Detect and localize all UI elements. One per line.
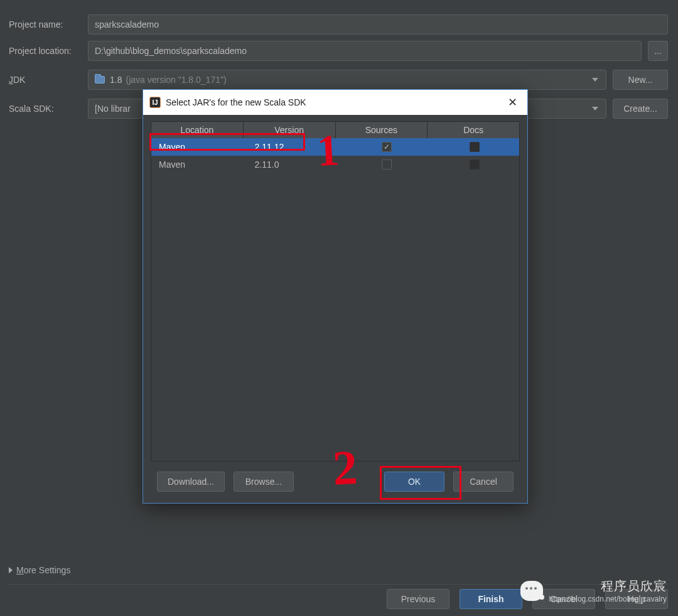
col-sources[interactable]: Sources xyxy=(336,122,428,138)
jdk-hint: (java version "1.8.0_171") xyxy=(126,75,226,85)
help-label: Help xyxy=(628,594,646,604)
cancel-button[interactable]: Cancel xyxy=(453,472,514,492)
project-location-value: D:\github\blog_demos\sparkscalademo xyxy=(95,46,247,56)
jdk-value: 1.8 xyxy=(110,75,122,85)
ok-button[interactable]: OK xyxy=(384,472,444,492)
scala-sdk-create-label: Create... xyxy=(623,104,657,114)
cell-sources[interactable] xyxy=(343,142,431,152)
checkbox-docs[interactable] xyxy=(470,142,480,152)
help-button[interactable]: Help xyxy=(605,589,668,609)
scala-sdk-value: [No librar xyxy=(95,104,131,114)
cell-docs[interactable] xyxy=(431,159,520,170)
previous-label: Previous xyxy=(401,594,435,604)
project-location-browse-button[interactable]: ... xyxy=(648,41,668,61)
ellipsis-icon: ... xyxy=(654,46,662,56)
dialog-body: Location Version Sources Docs Maven2.11.… xyxy=(143,115,527,503)
dialog-titlebar[interactable]: IJ Select JAR's for the new Scala SDK ✕ xyxy=(143,90,527,115)
project-name-label-text: Project name: xyxy=(9,19,63,30)
project-location-label-text: Project location: xyxy=(9,46,72,56)
jdk-new-label: New... xyxy=(628,75,653,85)
project-location-input[interactable]: D:\github\blog_demos\sparkscalademo xyxy=(88,41,642,61)
col-location[interactable]: Location xyxy=(151,122,244,138)
project-name-label: Project name: xyxy=(9,19,88,30)
chevron-down-icon xyxy=(592,78,598,82)
scala-sdk-create-button[interactable]: Create... xyxy=(613,99,668,119)
browse-button[interactable]: Browse... xyxy=(234,472,294,492)
table-header-row: Location Version Sources Docs xyxy=(151,122,519,138)
jdk-select[interactable]: 1.8 (java version "1.8.0_171") xyxy=(88,70,606,90)
scala-sdk-label: Scala SDK: xyxy=(9,104,88,114)
intellij-icon: IJ xyxy=(149,97,161,108)
project-location-label: Project location: xyxy=(9,46,88,56)
folder-icon xyxy=(95,76,105,84)
cell-location: Maven xyxy=(151,159,247,170)
finish-button[interactable]: Finish xyxy=(460,589,522,609)
dialog-title: Select JAR's for the new Scala SDK xyxy=(166,97,500,107)
jdk-label: JDK xyxy=(9,75,88,85)
project-name-value: sparkscalademo xyxy=(95,19,159,30)
browse-label: Browse... xyxy=(245,477,282,487)
cell-version: 2.11.12 xyxy=(247,142,343,152)
col-version[interactable]: Version xyxy=(244,122,336,138)
jars-table[interactable]: Location Version Sources Docs Maven2.11.… xyxy=(151,121,520,462)
separator xyxy=(9,584,668,585)
triangle-right-icon xyxy=(9,567,13,573)
table-row[interactable]: Maven2.11.12 xyxy=(151,138,519,156)
cancel-label: Cancel xyxy=(470,477,497,487)
wizard-cancel-button[interactable]: Cancel xyxy=(532,589,595,609)
wizard-button-bar: Previous Finish Cancel Help xyxy=(387,589,668,609)
cell-version: 2.11.0 xyxy=(247,159,343,170)
download-label: Download... xyxy=(168,477,214,487)
cell-location: Maven xyxy=(151,142,247,152)
checkbox-sources[interactable] xyxy=(382,142,392,152)
jdk-new-button[interactable]: New... xyxy=(613,70,668,90)
col-docs[interactable]: Docs xyxy=(428,122,519,138)
dialog-close-button[interactable]: ✕ xyxy=(500,90,525,115)
chevron-down-icon xyxy=(592,107,598,111)
table-body: Maven2.11.12Maven2.11.0 xyxy=(151,138,519,173)
scala-sdk-label-text: Scala SDK: xyxy=(9,104,54,114)
checkbox-sources[interactable] xyxy=(382,159,392,170)
project-name-input[interactable]: sparkscalademo xyxy=(88,14,668,35)
previous-button[interactable]: Previous xyxy=(387,589,449,609)
more-settings-label: More Settings xyxy=(16,565,70,575)
checkbox-docs[interactable] xyxy=(470,159,480,170)
dialog-button-bar: Download... Browse... OK Cancel xyxy=(151,462,520,503)
close-icon: ✕ xyxy=(508,95,517,109)
wizard-cancel-label: Cancel xyxy=(550,594,578,604)
cell-docs[interactable] xyxy=(431,142,520,152)
cell-sources[interactable] xyxy=(343,159,431,170)
table-row[interactable]: Maven2.11.0 xyxy=(151,156,519,173)
finish-label: Finish xyxy=(478,594,503,604)
more-settings-toggle[interactable]: More Settings xyxy=(9,565,70,575)
select-jars-dialog: IJ Select JAR's for the new Scala SDK ✕ … xyxy=(143,89,528,504)
ok-label: OK xyxy=(408,477,421,487)
download-button[interactable]: Download... xyxy=(157,472,225,492)
